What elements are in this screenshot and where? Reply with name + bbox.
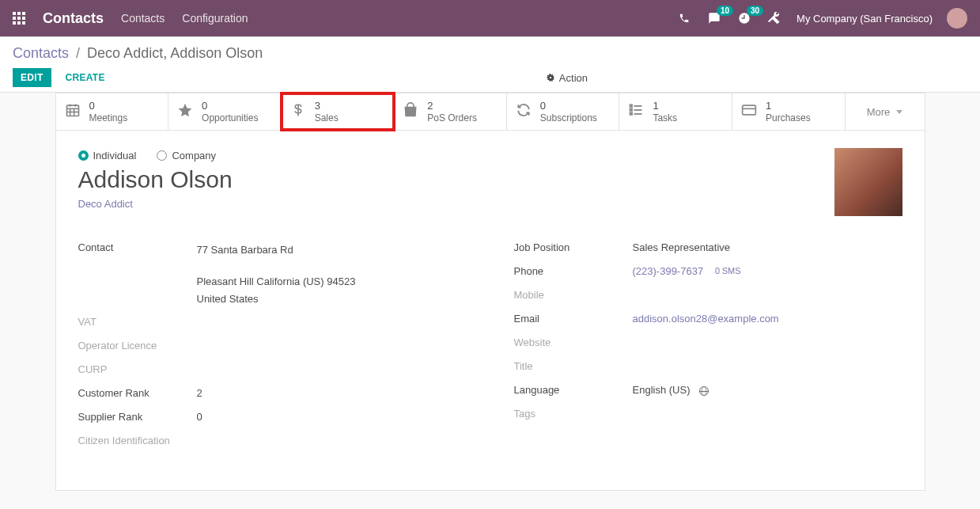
radio-dot-icon xyxy=(157,150,167,161)
action-label: Action xyxy=(559,72,588,84)
label-tags: Tags xyxy=(514,408,633,424)
svg-rect-12 xyxy=(630,112,633,115)
radio-company[interactable]: Company xyxy=(157,150,216,161)
discuss-icon[interactable]: 10 xyxy=(706,10,722,26)
top-navbar: Contacts Contacts Configuration 10 30 My… xyxy=(0,0,980,36)
tools-icon[interactable] xyxy=(766,10,782,26)
label-customer-rank: Customer Rank xyxy=(78,387,197,403)
stat-button-row: 0 Meetings 0 Opportunities 3 Sales xyxy=(55,93,925,130)
contact-photo[interactable] xyxy=(834,148,902,216)
nav-link-configuration[interactable]: Configuration xyxy=(182,12,248,25)
radio-individual[interactable]: Individual xyxy=(78,150,137,161)
calendar-icon xyxy=(64,102,81,122)
label-job-position: Job Position xyxy=(514,241,633,257)
contact-type-radio: Individual Company xyxy=(78,150,902,161)
label-language: Language xyxy=(514,384,633,400)
value-job-position: Sales Representative xyxy=(633,241,731,257)
value-language: English (US) xyxy=(633,384,691,396)
gear-icon xyxy=(547,74,554,82)
stat-pos-orders[interactable]: 2 PoS Orders xyxy=(394,93,507,130)
sms-button[interactable]: SMS xyxy=(714,266,741,275)
stat-purchases[interactable]: 1 Purchases xyxy=(732,93,846,130)
phone-icon[interactable] xyxy=(676,10,692,26)
radio-dot-checked-icon xyxy=(78,150,89,161)
credit-card-icon xyxy=(740,102,758,122)
stat-tasks[interactable]: 1 Tasks xyxy=(619,93,732,130)
dollar-icon xyxy=(289,102,307,122)
label-email: Email xyxy=(514,313,633,329)
company-switcher[interactable]: My Company (San Francisco) xyxy=(796,13,933,25)
left-column: Contact 77 Santa Barbara Rd Pleasant Hil… xyxy=(78,241,467,458)
details-grid: Contact 77 Santa Barbara Rd Pleasant Hil… xyxy=(78,241,902,458)
navbar-right: 10 30 My Company (San Francisco) xyxy=(676,8,967,28)
tasks-icon xyxy=(627,102,645,122)
label-website: Website xyxy=(514,336,633,352)
chat-badge: 10 xyxy=(717,6,733,16)
label-supplier-rank: Supplier Rank xyxy=(78,411,197,427)
create-button[interactable]: CREATE xyxy=(66,72,105,83)
label-contact: Contact xyxy=(78,241,197,308)
control-panel: Contacts / Deco Addict, Addison Olson ED… xyxy=(0,36,980,93)
globe-icon[interactable] xyxy=(699,386,709,396)
activity-badge: 30 xyxy=(747,6,763,16)
label-mobile: Mobile xyxy=(514,289,633,305)
chevron-down-icon xyxy=(896,110,902,114)
svg-rect-0 xyxy=(66,105,78,116)
svg-rect-11 xyxy=(630,108,633,111)
breadcrumb: Contacts / Deco Addict, Addison Olson xyxy=(13,45,967,62)
value-email[interactable]: addison.olson28@example.com xyxy=(633,313,779,325)
action-dropdown[interactable]: Action xyxy=(547,72,967,84)
stat-more[interactable]: More xyxy=(846,93,925,130)
svg-rect-13 xyxy=(743,105,756,115)
more-label: More xyxy=(867,106,891,118)
label-curp: CURP xyxy=(78,363,197,379)
stat-subscriptions[interactable]: 0 Subscriptions xyxy=(507,93,620,130)
user-avatar[interactable] xyxy=(947,8,967,28)
label-title: Title xyxy=(514,360,633,376)
stat-meetings[interactable]: 0 Meetings xyxy=(56,93,169,130)
svg-rect-10 xyxy=(630,104,633,107)
stat-sales[interactable]: 3 Sales xyxy=(282,93,395,130)
breadcrumb-root[interactable]: Contacts xyxy=(13,45,69,61)
label-phone: Phone xyxy=(514,265,633,281)
contact-name: Addison Olson xyxy=(78,166,902,193)
nav-link-contacts[interactable]: Contacts xyxy=(121,12,165,25)
address-value: 77 Santa Barbara Rd Pleasant Hill Califo… xyxy=(197,241,356,308)
stat-opportunities[interactable]: 0 Opportunities xyxy=(168,93,282,130)
edit-button[interactable]: EDIT xyxy=(13,68,51,87)
activity-icon[interactable]: 30 xyxy=(736,10,752,26)
mobile-icon xyxy=(714,267,721,275)
label-vat: VAT xyxy=(78,316,197,332)
value-supplier-rank: 0 xyxy=(197,411,202,427)
star-icon xyxy=(176,102,194,122)
parent-company-link[interactable]: Deco Addict xyxy=(78,198,902,210)
label-citizen-id: Citizen Identification xyxy=(78,435,170,450)
shopping-bag-icon xyxy=(402,102,419,122)
right-column: Job Position Sales Representative Phone … xyxy=(514,241,902,458)
value-customer-rank: 2 xyxy=(197,387,202,403)
breadcrumb-sep: / xyxy=(76,45,80,61)
app-brand[interactable]: Contacts xyxy=(43,10,104,27)
value-phone[interactable]: (223)-399-7637 xyxy=(633,265,704,277)
svg-rect-15 xyxy=(716,268,719,274)
label-operator-licence: Operator Licence xyxy=(78,340,157,355)
form-sheet: Individual Company Addison Olson Deco Ad… xyxy=(55,130,925,491)
refresh-icon xyxy=(515,102,532,122)
apps-icon[interactable] xyxy=(13,12,25,25)
breadcrumb-current: Deco Addict, Addison Olson xyxy=(87,45,263,61)
